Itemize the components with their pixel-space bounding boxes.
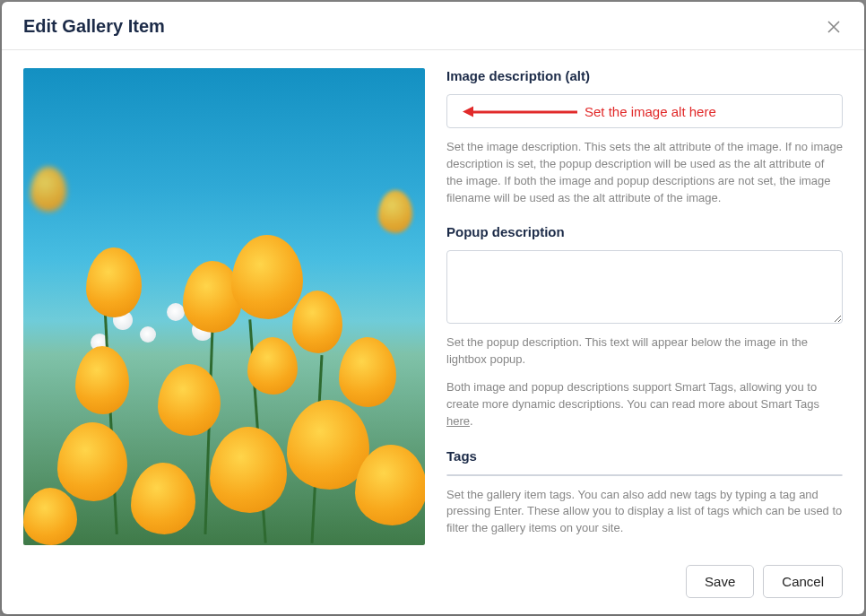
alt-input[interactable] bbox=[446, 94, 843, 128]
tags-select[interactable] bbox=[446, 474, 843, 476]
image-preview-column bbox=[23, 68, 425, 545]
smart-tags-help-text: Both image and popup descriptions suppor… bbox=[446, 379, 843, 430]
smart-tags-help-span: Both image and popup descriptions suppor… bbox=[446, 380, 819, 411]
popup-help-text: Set the popup description. This text wil… bbox=[446, 334, 843, 369]
popup-textarea[interactable] bbox=[446, 250, 843, 324]
save-button[interactable]: Save bbox=[686, 565, 754, 598]
edit-gallery-item-modal: Edit Gallery Item bbox=[2, 2, 864, 614]
tags-input[interactable] bbox=[447, 475, 802, 476]
modal-footer: Save Cancel bbox=[2, 552, 864, 614]
close-icon bbox=[827, 20, 841, 34]
chevron-down-icon bbox=[816, 474, 830, 476]
alt-input-wrapper: Set the image alt here bbox=[446, 94, 843, 128]
smart-tags-link[interactable]: here bbox=[446, 414, 470, 428]
close-button[interactable] bbox=[825, 18, 843, 36]
tags-label: Tags bbox=[446, 448, 843, 464]
tags-help-text: Set the gallery item tags. You can also … bbox=[446, 487, 843, 538]
modal-header: Edit Gallery Item bbox=[2, 2, 864, 50]
alt-label: Image description (alt) bbox=[446, 68, 843, 83]
modal-title: Edit Gallery Item bbox=[23, 16, 165, 37]
image-preview bbox=[23, 68, 425, 545]
form-column: Image description (alt) Set the image al… bbox=[446, 68, 843, 545]
popup-label: Popup description bbox=[446, 224, 843, 239]
alt-help-text: Set the image description. This sets the… bbox=[446, 139, 843, 206]
cancel-button[interactable]: Cancel bbox=[763, 565, 843, 598]
modal-body: Image description (alt) Set the image al… bbox=[2, 50, 864, 552]
